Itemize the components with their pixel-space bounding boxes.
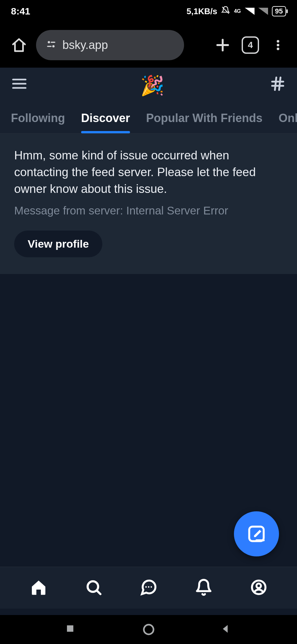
svg-point-1 [48, 41, 50, 43]
url-text: bsky.app [62, 38, 108, 52]
error-message: Hmm, some kind of issue occurred when co… [14, 147, 283, 197]
svg-point-24 [256, 583, 261, 588]
nav-profile-button[interactable] [250, 578, 268, 598]
network-speed: 5,1KB/s [187, 6, 217, 16]
battery-indicator: 95 [272, 6, 286, 16]
tab-discover[interactable]: Discover [81, 111, 130, 133]
notifications-muted-icon [221, 6, 230, 17]
svg-point-20 [145, 586, 147, 588]
nav-home-button[interactable] [30, 578, 48, 598]
bottom-nav-bar [0, 567, 297, 609]
nav-chat-button[interactable] [140, 578, 158, 598]
svg-point-26 [144, 625, 153, 634]
svg-point-3 [52, 45, 55, 47]
svg-rect-4 [47, 46, 51, 47]
url-bar[interactable]: bsky.app [36, 30, 184, 60]
svg-line-15 [275, 78, 276, 90]
tab-overflow[interactable]: Onl [279, 111, 297, 133]
tabs-button[interactable]: 4 [240, 34, 261, 56]
signal-secondary-icon [258, 8, 268, 15]
svg-rect-25 [67, 625, 73, 632]
android-home-button[interactable] [142, 623, 155, 636]
browser-toolbar: bsky.app 4 [0, 23, 297, 68]
svg-line-19 [97, 590, 100, 594]
feed-tabs[interactable]: Following Discover Popular With Friends … [0, 101, 297, 134]
browser-home-button[interactable] [8, 34, 30, 56]
android-recents-button[interactable] [65, 623, 78, 636]
svg-rect-2 [51, 42, 55, 43]
svg-point-7 [277, 40, 279, 43]
tab-popular-with-friends[interactable]: Popular With Friends [146, 111, 263, 133]
tab-count: 4 [242, 36, 259, 54]
feed-error-panel: Hmm, some kind of issue occurred when co… [0, 134, 297, 274]
server-error-message: Message from server: Internal Server Err… [14, 204, 283, 217]
compose-post-button[interactable] [234, 511, 279, 556]
hashtag-button[interactable] [269, 75, 286, 93]
clock: 8:41 [11, 6, 30, 17]
overflow-menu-button[interactable] [267, 34, 289, 56]
android-nav-bar [0, 615, 297, 644]
new-tab-button[interactable] [212, 34, 233, 56]
nav-notifications-button[interactable] [195, 578, 213, 598]
svg-point-8 [277, 44, 279, 46]
mobile-data-label: 4G [234, 8, 241, 14]
status-right-cluster: 5,1KB/s 4G 95 [187, 6, 286, 17]
android-status-bar: 8:41 5,1KB/s 4G 95 [0, 0, 297, 23]
app-logo-icon[interactable]: 🎉 [140, 76, 157, 93]
android-back-button[interactable] [219, 623, 232, 636]
svg-point-9 [277, 48, 279, 50]
site-settings-icon [46, 39, 57, 51]
view-profile-button[interactable]: View profile [14, 231, 102, 257]
nav-search-button[interactable] [85, 578, 103, 598]
svg-line-16 [279, 78, 280, 90]
app-header: 🎉 [0, 68, 297, 101]
svg-point-22 [150, 586, 152, 588]
svg-point-21 [148, 586, 149, 588]
signal-icon [245, 8, 255, 15]
tab-following[interactable]: Following [11, 111, 65, 133]
hamburger-menu-button[interactable] [11, 75, 28, 93]
